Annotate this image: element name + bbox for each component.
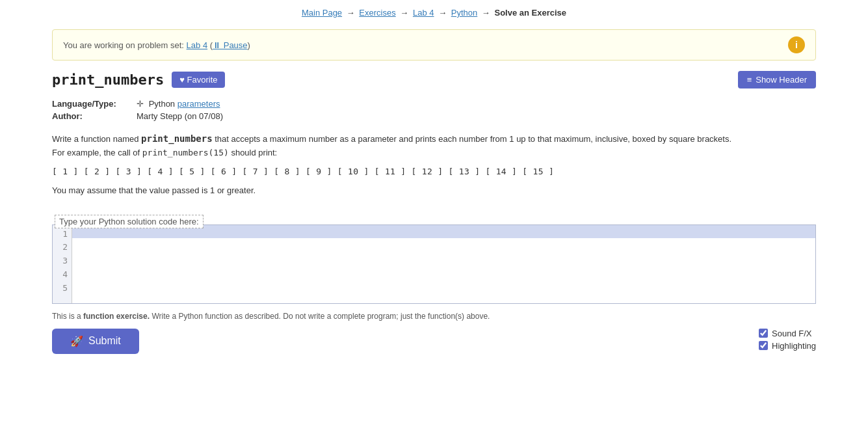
breadcrumb-sep-2: → [400,8,408,18]
code-output: [ 1 ] [ 2 ] [ 3 ] [ 4 ] [ 5 ] [ 6 ] [ 7 … [52,167,816,176]
parameters-link[interactable]: parameters [178,99,220,109]
breadcrumb-exercises[interactable]: Exercises [359,8,395,18]
inline-code: print_numbers(15) [142,148,229,157]
language-value: ✛ Python parameters [137,99,220,109]
code-textarea[interactable] [72,238,815,303]
line-num-5: 5 [57,282,68,295]
options-panel: Sound F/X Highlighting [759,329,816,351]
editor-container: Type your Python solution code here: 1 2… [52,208,816,304]
line-num-2: 2 [57,241,68,254]
breadcrumb: Main Page → Exercises → Lab 4 → Python →… [0,0,868,24]
title-area: print_numbers ♥ Favorite [52,72,225,88]
author-label: Author: [52,111,137,121]
breadcrumb-sep-4: → [482,8,490,18]
breadcrumb-sep-3: → [438,8,447,18]
submit-label: Submit [88,335,121,347]
favorite-button[interactable]: ♥ Favorite [172,72,225,88]
sound-fx-label: Sound F/X [772,329,811,338]
author-value: Marty Stepp (on 07/08) [137,111,223,121]
highlighting-row: Highlighting [759,341,816,351]
breadcrumb-lab4[interactable]: Lab 4 [413,8,434,18]
highlighting-label: Highlighting [772,341,816,351]
info-icon: i [788,36,805,53]
assumption-text: You may assume that the value passed is … [52,185,816,195]
line-num-4: 4 [57,268,68,282]
submit-icon: 🚀 [70,335,83,347]
banner-pause-link[interactable]: ⏸ Pause [213,40,247,50]
line-num-1: 1 [57,228,68,241]
meta-row-author: Author: Marty Stepp (on 07/08) [52,111,816,121]
header-row: print_numbers ♥ Favorite ≡ Show Header [52,71,816,88]
editor-label: Type your Python solution code here: [55,215,204,228]
footer-bold: function exercise. [83,312,150,321]
breadcrumb-main-page[interactable]: Main Page [302,8,342,18]
show-header-label: Show Header [756,75,807,85]
line-num-3: 3 [57,254,68,268]
info-banner: You are working on problem set: Lab 4 (⏸… [52,29,816,61]
breadcrumb-current: Solve an Exercise [494,8,566,18]
highlighting-checkbox[interactable] [759,341,768,350]
breadcrumb-python[interactable]: Python [451,8,477,18]
puzzle-icon: ✛ [137,99,144,109]
show-header-icon: ≡ [747,75,752,85]
banner-text: You are working on problem set: Lab 4 (⏸… [63,40,250,50]
breadcrumb-sep-1: → [347,8,355,18]
submit-button[interactable]: 🚀 Submit [52,329,139,354]
meta-table: Language/Type: ✛ Python parameters Autho… [52,99,816,121]
line-numbers: 1 2 3 4 5 [53,225,72,303]
sound-fx-row: Sound F/X [759,329,816,338]
editor-wrapper: 1 2 3 4 5 [52,224,816,304]
banner-lab-link[interactable]: Lab 4 [187,40,208,50]
exercise-title: print_numbers [52,72,164,88]
language-label: Language/Type: [52,99,137,109]
show-header-button[interactable]: ≡ Show Header [738,71,816,88]
main-content: print_numbers ♥ Favorite ≡ Show Header L… [52,71,816,354]
meta-row-language: Language/Type: ✛ Python parameters [52,99,816,109]
sound-fx-checkbox[interactable] [759,329,768,338]
footer-note: This is a function exercise. Write a Pyt… [52,312,816,321]
submit-row: 🚀 Submit Sound F/X Highlighting [52,329,816,354]
function-name: print_numbers [141,133,213,144]
description: Write a function named print_numbers tha… [52,131,816,160]
